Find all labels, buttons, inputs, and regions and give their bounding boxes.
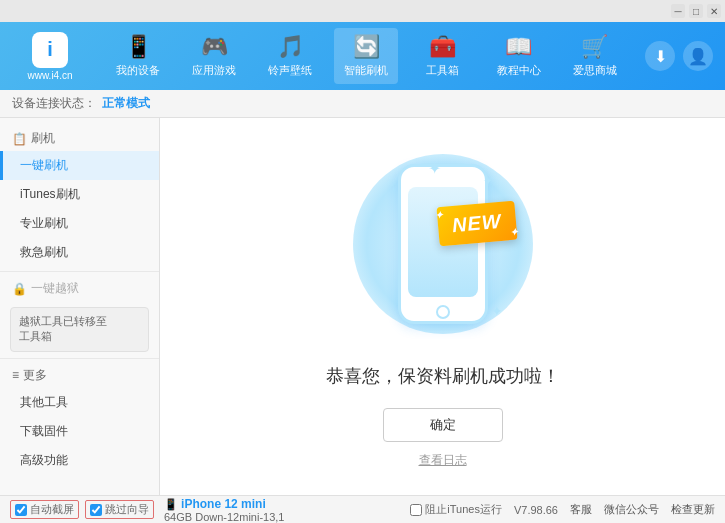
auto-send-group: 自动截屏 (10, 500, 79, 519)
sidebar: 📋 刷机 一键刷机 iTunes刷机 专业刷机 救急刷机 🔒 一键越狱 越狱工具… (0, 118, 160, 495)
sparkle-top-right: ✦ (483, 174, 493, 188)
auto-send-checkbox[interactable] (15, 504, 27, 516)
sidebar-item-download-fw[interactable]: 下载固件 (0, 417, 159, 446)
sidebar-item-one-click-flash[interactable]: 一键刷机 (0, 151, 159, 180)
device-model: Down-12mini-13,1 (195, 511, 284, 523)
sparkle-bottom-right: ✦ (491, 303, 503, 319)
nav-item-think-shop-label: 爱思商城 (573, 63, 617, 78)
bottom-bar-right: 阻止iTunes运行 V7.98.66 客服 微信公众号 检查更新 (410, 502, 715, 517)
retry-link[interactable]: 查看日志 (419, 452, 467, 469)
skip-guide-checkbox[interactable] (90, 504, 102, 516)
flash-section-icon: 📋 (12, 132, 27, 146)
logo-text: www.i4.cn (27, 70, 72, 81)
new-badge: NEW (436, 201, 517, 247)
bottom-bar: 自动截屏 跳过向导 📱 iPhone 12 mini 64GB Down-12m… (0, 495, 725, 523)
top-nav: i www.i4.cn 📱 我的设备 🎮 应用游戏 🎵 铃声壁纸 🔄 智能刷机 … (0, 22, 725, 90)
advanced-label: 高级功能 (20, 452, 68, 469)
smart-flash-icon: 🔄 (353, 34, 380, 60)
success-text: 恭喜您，保资料刷机成功啦！ (326, 364, 560, 388)
ringtones-icon: 🎵 (277, 34, 304, 60)
skip-guide-label: 跳过向导 (105, 502, 149, 517)
version-text: V7.98.66 (514, 504, 558, 516)
no-itunes-group: 阻止iTunes运行 (410, 502, 502, 517)
device-icon: 📱 (164, 498, 178, 510)
nav-item-apps-games[interactable]: 🎮 应用游戏 (182, 28, 246, 84)
auto-send-label: 自动截屏 (30, 502, 74, 517)
status-value: 正常模式 (102, 95, 150, 112)
confirm-button[interactable]: 确定 (383, 408, 503, 442)
sidebar-section-more: ≡ 更多 (0, 363, 159, 388)
customer-service-link[interactable]: 客服 (570, 502, 592, 517)
think-shop-icon: 🛒 (581, 34, 608, 60)
nav-items: 📱 我的设备 🎮 应用游戏 🎵 铃声壁纸 🔄 智能刷机 🧰 工具箱 📖 教程中心… (100, 28, 633, 84)
sidebar-item-other-tools[interactable]: 其他工具 (0, 388, 159, 417)
apps-games-icon: 🎮 (201, 34, 228, 60)
title-bar: ─ □ ✕ (0, 0, 725, 22)
close-button[interactable]: ✕ (707, 4, 721, 18)
nav-item-apps-games-label: 应用游戏 (192, 63, 236, 78)
sidebar-divider-2 (0, 358, 159, 359)
nav-item-toolbox-label: 工具箱 (426, 63, 459, 78)
nav-item-smart-flash[interactable]: 🔄 智能刷机 (334, 28, 398, 84)
nav-right: ⬇ 👤 (633, 41, 725, 71)
nav-item-tutorial[interactable]: 📖 教程中心 (487, 28, 551, 84)
check-update-link[interactable]: 检查更新 (671, 502, 715, 517)
sparkle-top-left: ✦ (428, 159, 441, 178)
more-section-icon: ≡ (12, 368, 19, 382)
content-illustration: NEW ✦ ✦ ✦ (343, 144, 543, 344)
sidebar-section-flash: 📋 刷机 (0, 126, 159, 151)
device-name[interactable]: iPhone 12 mini (181, 497, 266, 511)
pro-flash-label: 专业刷机 (20, 215, 68, 232)
main-area: 📋 刷机 一键刷机 iTunes刷机 专业刷机 救急刷机 🔒 一键越狱 越狱工具… (0, 118, 725, 495)
save-flash-label: 救急刷机 (20, 244, 68, 261)
wechat-public-link[interactable]: 微信公众号 (604, 502, 659, 517)
device-info: 📱 iPhone 12 mini 64GB Down-12mini-13,1 (164, 497, 284, 523)
tutorial-icon: 📖 (505, 34, 532, 60)
device-storage: 64GB (164, 511, 192, 523)
sidebar-item-save-flash[interactable]: 救急刷机 (0, 238, 159, 267)
nav-item-think-shop[interactable]: 🛒 爱思商城 (563, 28, 627, 84)
nav-item-ringtones[interactable]: 🎵 铃声壁纸 (258, 28, 322, 84)
download-fw-label: 下载固件 (20, 423, 68, 440)
nav-item-my-device[interactable]: 📱 我的设备 (106, 28, 170, 84)
flash-section-label: 刷机 (31, 130, 55, 147)
status-bar: 设备连接状态： 正常模式 (0, 90, 725, 118)
content-area: NEW ✦ ✦ ✦ 恭喜您，保资料刷机成功啦！ 确定 查看日志 (160, 118, 725, 495)
nav-item-smart-flash-label: 智能刷机 (344, 63, 388, 78)
user-button[interactable]: 👤 (683, 41, 713, 71)
download-button[interactable]: ⬇ (645, 41, 675, 71)
sidebar-section-jailbreak: 🔒 一键越狱 (0, 276, 159, 301)
jailbreak-section-label: 一键越狱 (31, 280, 79, 297)
bottom-bar-left: 自动截屏 跳过向导 📱 iPhone 12 mini 64GB Down-12m… (10, 497, 402, 523)
nav-item-tutorial-label: 教程中心 (497, 63, 541, 78)
nav-item-toolbox[interactable]: 🧰 工具箱 (411, 28, 475, 84)
sidebar-divider-1 (0, 271, 159, 272)
other-tools-label: 其他工具 (20, 394, 68, 411)
nav-logo[interactable]: i www.i4.cn (0, 32, 100, 81)
maximize-button[interactable]: □ (689, 4, 703, 18)
skip-guide-group: 跳过向导 (85, 500, 154, 519)
no-itunes-label: 阻止iTunes运行 (425, 502, 502, 517)
nav-item-ringtones-label: 铃声壁纸 (268, 63, 312, 78)
one-click-flash-label: 一键刷机 (20, 157, 68, 174)
more-section-label: 更多 (23, 367, 47, 384)
nav-item-my-device-label: 我的设备 (116, 63, 160, 78)
logo-icon: i (32, 32, 68, 68)
phone-home-btn (436, 305, 450, 319)
my-device-icon: 📱 (125, 34, 152, 60)
status-label: 设备连接状态： (12, 95, 96, 112)
sidebar-item-pro-flash[interactable]: 专业刷机 (0, 209, 159, 238)
itunes-flash-label: iTunes刷机 (20, 186, 80, 203)
jailbreak-lock-icon: 🔒 (12, 282, 27, 296)
no-itunes-checkbox[interactable] (410, 504, 422, 516)
jailbreak-note: 越狱工具已转移至工具箱 (10, 307, 149, 352)
toolbox-icon: 🧰 (429, 34, 456, 60)
sidebar-item-advanced[interactable]: 高级功能 (0, 446, 159, 475)
minimize-button[interactable]: ─ (671, 4, 685, 18)
sidebar-item-itunes-flash[interactable]: iTunes刷机 (0, 180, 159, 209)
